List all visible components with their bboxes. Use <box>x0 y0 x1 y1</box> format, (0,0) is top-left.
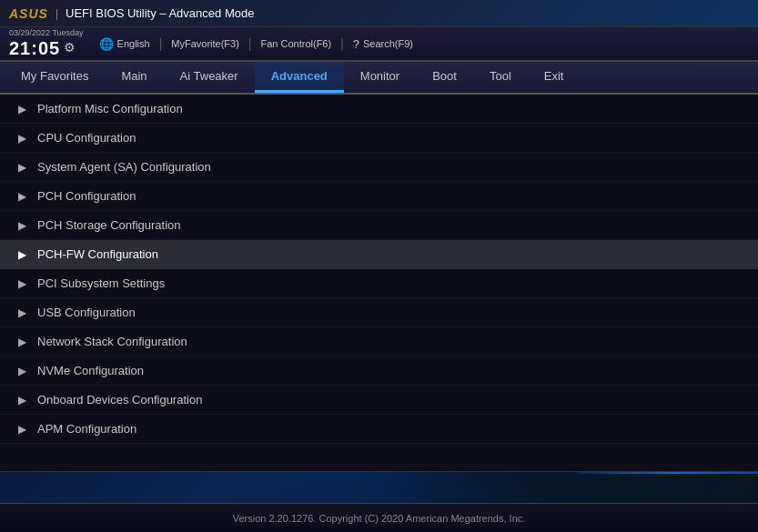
arrow-icon: ▶ <box>18 132 26 145</box>
menu-item-usb-config[interactable]: ▶USB Configuration <box>0 298 758 327</box>
search-button[interactable]: ? Search(F9) <box>353 37 413 51</box>
nav-item-monitor[interactable]: Monitor <box>344 62 416 93</box>
arrow-icon: ▶ <box>18 306 26 319</box>
menu-item-label: Onboard Devices Configuration <box>37 393 202 407</box>
menu-item-label: PCH Configuration <box>37 189 136 203</box>
menu-item-pch-fw[interactable]: ▶PCH-FW Configuration <box>0 240 758 269</box>
menu-item-label: PCI Subsystem Settings <box>37 276 165 290</box>
menu-item-label: USB Configuration <box>37 306 136 319</box>
arrow-icon: ▶ <box>18 336 26 348</box>
menu-item-label: System Agent (SA) Configuration <box>37 160 211 174</box>
bios-header: ASUS | UEFI BIOS Utility – Advanced Mode <box>0 0 758 27</box>
watermark-area: 电脑软件下载教程网computer26.com <box>576 471 758 474</box>
language-label: English <box>117 38 150 49</box>
menu-item-nvme-config[interactable]: ▶NVMe Configuration <box>0 356 758 386</box>
info-icons: 🌐 English | MyFavorite(F3) | Fan Control… <box>99 36 413 51</box>
menu-item-cpu-config[interactable]: ▶CPU Configuration <box>0 124 758 153</box>
menu-item-label: PCH-FW Configuration <box>37 247 158 261</box>
myfavorite-label: MyFavorite(F3) <box>171 38 239 49</box>
nav-menu: My FavoritesMainAi TweakerAdvancedMonito… <box>0 62 758 95</box>
arrow-icon: ▶ <box>18 365 26 377</box>
nav-item-exit[interactable]: Exit <box>528 62 581 93</box>
nav-item-tool[interactable]: Tool <box>473 62 528 93</box>
nav-item-advanced[interactable]: Advanced <box>255 62 344 93</box>
status-bar: Version 2.20.1276. Copyright (C) 2020 Am… <box>0 503 758 532</box>
nav-item-ai-tweaker[interactable]: Ai Tweaker <box>164 62 255 93</box>
menu-item-pci-subsystem[interactable]: ▶PCI Subsystem Settings <box>0 269 758 298</box>
arrow-icon: ▶ <box>18 277 26 290</box>
menu-item-label: Network Stack Configuration <box>37 335 187 348</box>
arrow-icon: ▶ <box>18 190 26 203</box>
menu-item-pch-storage[interactable]: ▶PCH Storage Configuration <box>0 211 758 240</box>
asus-logo: ASUS <box>9 6 48 21</box>
menu-item-onboard-devices[interactable]: ▶Onboard Devices Configuration <box>0 386 758 415</box>
search-icon: ? <box>353 37 359 51</box>
separator-2: | <box>248 36 252 51</box>
arrow-icon: ▶ <box>18 394 26 407</box>
main-content: ▶Platform Misc Configuration▶CPU Configu… <box>0 95 758 471</box>
search-label: Search(F9) <box>363 38 413 49</box>
myfavorite-button[interactable]: MyFavorite(F3) <box>171 38 239 49</box>
nav-item-boot[interactable]: Boot <box>416 62 473 93</box>
menu-item-label: Platform Misc Configuration <box>37 102 183 115</box>
version-text: Version 2.20.1276. Copyright (C) 2020 Am… <box>233 513 526 524</box>
bios-title: UEFI BIOS Utility – Advanced Mode <box>66 6 254 20</box>
arrow-icon: ▶ <box>18 219 26 232</box>
menu-item-label: CPU Configuration <box>37 131 136 145</box>
separator-1: | <box>159 36 163 51</box>
header-separator: | <box>56 7 58 20</box>
language-selector[interactable]: 🌐 English <box>99 37 150 51</box>
fan-control-button[interactable]: Fan Control(F6) <box>261 38 332 49</box>
menu-item-pch-config[interactable]: ▶PCH Configuration <box>0 182 758 211</box>
nav-item-main[interactable]: Main <box>105 62 163 93</box>
arrow-icon: ▶ <box>18 423 26 436</box>
date-display: 03/29/2022 Tuesday <box>9 29 84 38</box>
separator-3: | <box>340 36 344 51</box>
info-bar: 03/29/2022 Tuesday 21:05 ⚙ 🌐 English | M… <box>0 27 758 62</box>
menu-item-network-stack[interactable]: ▶Network Stack Configuration <box>0 327 758 356</box>
arrow-icon: ▶ <box>18 103 26 115</box>
nav-item-my-favorites[interactable]: My Favorites <box>5 62 105 93</box>
arrow-icon: ▶ <box>18 161 26 174</box>
menu-item-platform-misc[interactable]: ▶Platform Misc Configuration <box>0 95 758 124</box>
menu-item-apm-config[interactable]: ▶APM Configuration <box>0 415 758 444</box>
menu-item-label: APM Configuration <box>37 422 136 436</box>
arrow-icon: ▶ <box>18 248 26 261</box>
datetime-display: 03/29/2022 Tuesday 21:05 ⚙ <box>9 29 84 58</box>
bottom-decoration: 电脑软件下载教程网computer26.com <box>0 471 758 503</box>
fan-control-label: Fan Control(F6) <box>261 38 332 49</box>
gear-icon[interactable]: ⚙ <box>64 41 76 55</box>
menu-item-label: NVMe Configuration <box>37 364 144 377</box>
time-display: 21:05 <box>9 38 60 58</box>
menu-item-label: PCH Storage Configuration <box>37 218 181 232</box>
menu-item-system-agent[interactable]: ▶System Agent (SA) Configuration <box>0 153 758 182</box>
globe-icon: 🌐 <box>99 37 114 51</box>
